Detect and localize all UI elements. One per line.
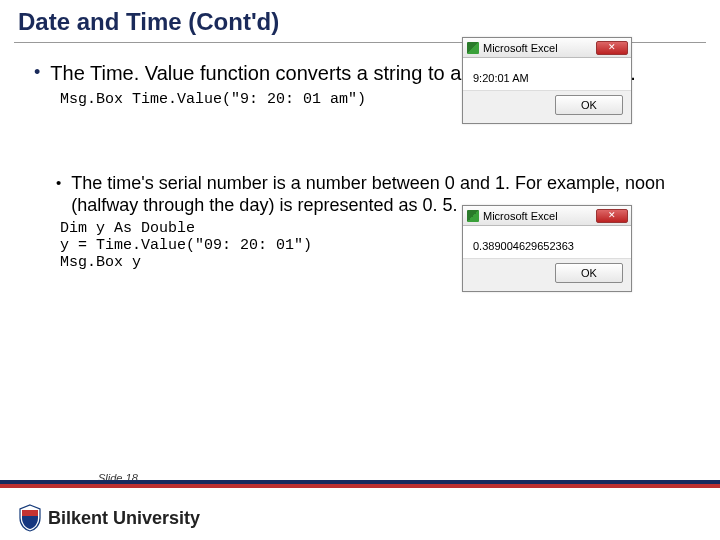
msgbox-1-title: Microsoft Excel	[483, 42, 596, 54]
msgbox-2-title: Microsoft Excel	[483, 210, 596, 222]
msgbox-1-buttons: OK	[463, 90, 631, 123]
slide-title: Date and Time (Cont'd)	[0, 0, 720, 40]
msgbox-2-body: 0.389004629652363	[463, 226, 631, 258]
msgbox-2: Microsoft Excel ✕ 0.389004629652363 OK	[462, 205, 632, 292]
bullet-dot: •	[34, 61, 40, 85]
excel-icon	[467, 42, 479, 54]
msgbox-2-buttons: OK	[463, 258, 631, 291]
msgbox-2-titlebar: Microsoft Excel ✕	[463, 206, 631, 226]
ok-button[interactable]: OK	[555, 263, 623, 283]
bullet-dot: •	[56, 172, 61, 216]
close-button[interactable]: ✕	[596, 41, 628, 55]
university-name: Bilkent University	[48, 508, 200, 529]
excel-icon	[467, 210, 479, 222]
footer: Bilkent University	[0, 496, 720, 540]
university-crest-icon	[18, 504, 42, 532]
msgbox-1-body: 9:20:01 AM	[463, 58, 631, 90]
msgbox-1: Microsoft Excel ✕ 9:20:01 AM OK	[462, 37, 632, 124]
content-area: • The Time. Value function converts a st…	[0, 43, 720, 271]
ok-button[interactable]: OK	[555, 95, 623, 115]
msgbox-1-titlebar: Microsoft Excel ✕	[463, 38, 631, 58]
close-button[interactable]: ✕	[596, 209, 628, 223]
footer-rule	[0, 480, 720, 488]
